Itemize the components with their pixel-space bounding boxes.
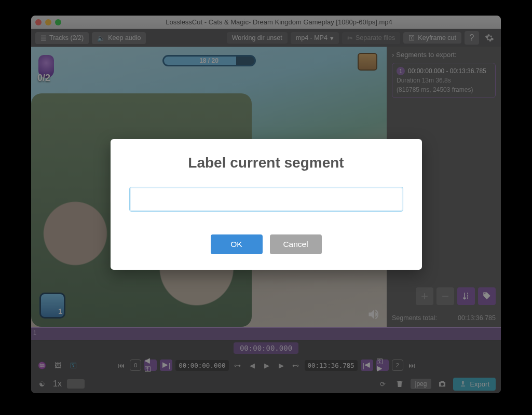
modal-overlay[interactable]: Label current segment OK Cancel: [31, 16, 501, 393]
label-segment-dialog: Label current segment OK Cancel: [111, 139, 422, 270]
segment-label-input[interactable]: [129, 187, 403, 212]
app-window: LosslessCut - Cats & Magic- Dream Kingdo…: [31, 16, 501, 393]
dialog-title: Label current segment: [129, 155, 403, 171]
ok-button[interactable]: OK: [211, 234, 263, 254]
cancel-button[interactable]: Cancel: [270, 234, 322, 254]
